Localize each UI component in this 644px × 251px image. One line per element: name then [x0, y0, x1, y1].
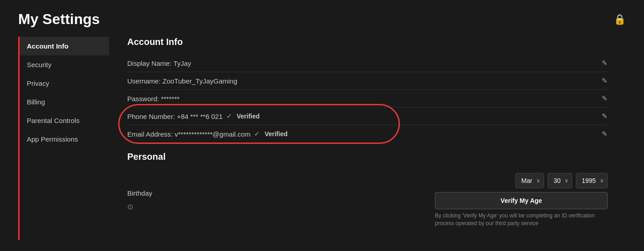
month-select[interactable]: Mar — [515, 173, 544, 188]
birthday-selects: Mar 30 1995 — [515, 173, 608, 188]
birthday-row: Birthday ⊙ Mar 30 — [127, 169, 608, 231]
email-row: Email Address: v*************@gmail.com … — [127, 125, 608, 143]
month-select-wrapper: Mar — [515, 173, 544, 188]
username-row: Username: ZooTuber_TyJayGaming ✎ — [127, 72, 608, 90]
phone-row: Phone Number: +84 *** **6 021 ✓ Verified… — [127, 108, 608, 125]
phone-verified-check: ✓ — [226, 112, 232, 120]
phone-email-group: Phone Number: +84 *** **6 021 ✓ Verified… — [127, 108, 608, 143]
verify-age-button[interactable]: Verify My Age — [435, 192, 608, 209]
sidebar-item-security[interactable]: Security — [18, 55, 109, 74]
sidebar: Account Info Security Privacy Billing Pa… — [18, 37, 109, 240]
birthday-right: Mar 30 1995 — [435, 173, 608, 227]
display-name-label: Display Name: TyJay — [127, 59, 191, 67]
phone-verified-badge: Verified — [237, 113, 260, 120]
edit-username-icon[interactable]: ✎ — [602, 77, 608, 85]
birthday-label: Birthday — [127, 189, 152, 197]
email-verified-badge: Verified — [265, 130, 288, 138]
sidebar-item-app-permissions[interactable]: App Permissions — [18, 130, 109, 148]
edit-display-name-icon[interactable]: ✎ — [602, 59, 608, 67]
sidebar-item-account-info[interactable]: Account Info — [18, 37, 109, 55]
account-info-section: Account Info Display Name: TyJay ✎ Usern… — [127, 37, 608, 143]
personal-title: Personal — [127, 152, 608, 162]
content-area: Account Info Display Name: TyJay ✎ Usern… — [109, 37, 626, 240]
personal-section: Personal Birthday ⊙ Mar — [127, 152, 608, 231]
password-row: Password: ******* ✎ — [127, 90, 608, 108]
username-label: Username: ZooTuber_TyJayGaming — [127, 77, 237, 85]
main-content: Account Info Security Privacy Billing Pa… — [18, 37, 626, 240]
year-select[interactable]: 1995 — [576, 173, 608, 188]
verify-age-text: By clicking 'Verify My Age' you will be … — [435, 212, 608, 227]
sidebar-item-parental-controls[interactable]: Parental Controls — [18, 111, 109, 130]
year-select-wrapper: 1995 — [576, 173, 608, 188]
edit-email-icon[interactable]: ✎ — [602, 130, 608, 138]
email-label: Email Address: v*************@gmail.com … — [127, 130, 288, 138]
sidebar-item-billing[interactable]: Billing — [18, 93, 109, 111]
phone-label: Phone Number: +84 *** **6 021 ✓ Verified — [127, 112, 260, 120]
page-title: My Settings — [18, 11, 100, 28]
lock-icon: 🔒 — [614, 14, 626, 25]
edit-password-icon[interactable]: ✎ — [602, 94, 608, 103]
account-info-title: Account Info — [127, 37, 608, 47]
day-select-wrapper: 30 — [548, 173, 572, 188]
email-verified-check: ✓ — [254, 130, 260, 138]
password-label: Password: ******* — [127, 95, 180, 103]
display-name-row: Display Name: TyJay ✎ — [127, 54, 608, 72]
edit-phone-icon[interactable]: ✎ — [602, 112, 608, 120]
day-select[interactable]: 30 — [548, 173, 572, 188]
page-header: My Settings 🔒 — [18, 11, 626, 28]
help-icon[interactable]: ⊙ — [127, 202, 152, 211]
sidebar-item-privacy[interactable]: Privacy — [18, 74, 109, 93]
